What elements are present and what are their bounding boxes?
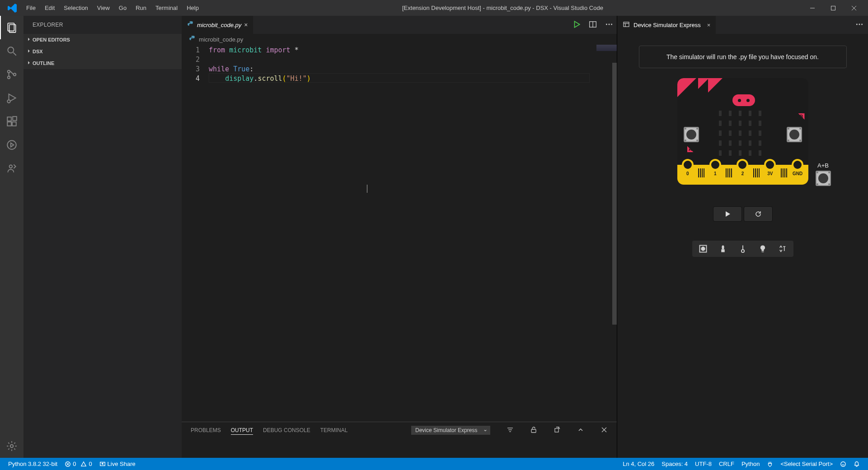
panel-tab-debug-console[interactable]: DEBUG CONSOLE: [263, 426, 310, 434]
explorer-sidebar: Explorer OPEN EDITORS DSX OUTLINE: [23, 16, 182, 458]
code-token: microbit: [229, 46, 262, 54]
svg-point-40: [861, 23, 863, 25]
line-number: 2: [182, 55, 200, 65]
extensions-activity-icon[interactable]: [0, 110, 23, 133]
status-encoding[interactable]: UTF-8: [691, 461, 715, 467]
vscode-logo-icon: [7, 3, 18, 14]
status-python-version[interactable]: Python 3.8.2 32-bit: [5, 461, 61, 467]
lock-scroll-icon[interactable]: [530, 426, 537, 435]
close-button[interactable]: [844, 0, 864, 16]
chevron-right-icon: [25, 60, 33, 67]
svg-point-19: [9, 165, 12, 168]
microbit-button-a[interactable]: [684, 127, 699, 142]
panel-tab-terminal[interactable]: TERMINAL: [320, 426, 348, 434]
microbit-button-ab[interactable]: [816, 171, 831, 186]
menu-file[interactable]: File: [22, 3, 40, 13]
clear-output-icon[interactable]: [554, 426, 561, 435]
svg-rect-14: [7, 122, 11, 126]
pin-0[interactable]: 0: [677, 165, 699, 171]
status-indent[interactable]: Spaces: 4: [658, 461, 691, 467]
panel-tab-output[interactable]: OUTPUT: [231, 426, 253, 435]
explorer-header: Explorer: [23, 16, 182, 34]
editor-tab-microbit-code[interactable]: microbit_code.py ×: [182, 16, 253, 34]
status-feedback-icon[interactable]: [836, 461, 850, 467]
menu-edit[interactable]: Edit: [40, 3, 59, 13]
menu-view[interactable]: View: [93, 3, 114, 13]
close-tab-icon[interactable]: ×: [707, 22, 711, 28]
code-body[interactable]: from microbit import * while True: displ…: [209, 45, 617, 422]
status-serial-port[interactable]: <Select Serial Port>: [777, 461, 836, 467]
live-share-label: Live Share: [108, 461, 136, 467]
status-cursor-position[interactable]: Ln 4, Col 26: [619, 461, 658, 467]
motion-sensor-icon[interactable]: [718, 244, 727, 253]
pin-gnd[interactable]: GND: [787, 165, 808, 171]
output-channel-dropdown[interactable]: Device Simulator Express: [411, 426, 490, 435]
outline-section[interactable]: OUTLINE: [23, 57, 182, 69]
menu-help[interactable]: Help: [182, 3, 203, 13]
svg-rect-1: [831, 6, 835, 10]
code-editor[interactable]: 1 2 3 4 from microbit import * while Tru…: [182, 45, 617, 422]
minimap[interactable]: [594, 45, 617, 422]
line-number: 1: [182, 46, 200, 55]
pin-3v[interactable]: 3V: [760, 165, 781, 171]
status-eol[interactable]: CRLF: [715, 461, 738, 467]
light-sensor-icon[interactable]: [758, 244, 767, 253]
temperature-sensor-icon[interactable]: [738, 244, 747, 253]
panel-tab-problems[interactable]: PROBLEMS: [191, 426, 221, 434]
device-simulator-activity-icon[interactable]: [0, 133, 23, 157]
menu-go[interactable]: Go: [114, 3, 131, 13]
svg-point-10: [14, 73, 16, 75]
split-editor-icon[interactable]: [589, 20, 597, 30]
status-problems[interactable]: 0 0: [61, 461, 95, 467]
menu-run[interactable]: Run: [131, 3, 151, 13]
filter-icon[interactable]: [507, 426, 514, 435]
simulator-tab[interactable]: Device Simulator Express ×: [617, 16, 716, 34]
play-button[interactable]: [713, 206, 742, 222]
maximize-panel-icon[interactable]: [577, 426, 584, 435]
scm-activity-icon[interactable]: [0, 63, 23, 86]
status-bar: Python 3.8.2 32-bit 0 0 Live Share Ln 4,…: [0, 458, 868, 470]
refresh-button[interactable]: [744, 206, 773, 222]
status-live-share[interactable]: Live Share: [96, 461, 139, 467]
minimap-slider[interactable]: [612, 63, 617, 325]
svg-rect-47: [761, 251, 764, 252]
menu-terminal[interactable]: Terminal: [151, 3, 182, 13]
run-file-icon[interactable]: [572, 20, 581, 30]
microbit-simulator[interactable]: A B 0 1: [677, 78, 808, 185]
push-button-sensor-icon[interactable]: [699, 244, 708, 253]
python-file-icon: [189, 35, 196, 44]
line-number: 3: [182, 65, 200, 74]
settings-gear-icon[interactable]: [0, 434, 23, 458]
svg-point-12: [7, 100, 10, 103]
gesture-sensor-icon[interactable]: [778, 244, 787, 253]
sensor-toolbar: [692, 241, 793, 257]
status-language-mode[interactable]: Python: [738, 461, 763, 467]
liveshare-activity-icon[interactable]: [0, 157, 23, 180]
svg-rect-44: [722, 246, 724, 250]
run-debug-activity-icon[interactable]: [0, 86, 23, 110]
pin-1[interactable]: 1: [704, 165, 726, 171]
board-decor-icon: [698, 78, 709, 89]
status-device-plug-icon[interactable]: [763, 461, 777, 467]
search-activity-icon[interactable]: [0, 39, 23, 63]
explorer-activity-icon[interactable]: [0, 16, 23, 39]
pin-label: 0: [686, 171, 689, 176]
microbit-button-b[interactable]: [787, 127, 802, 142]
folder-section[interactable]: DSX: [23, 46, 182, 57]
more-actions-icon[interactable]: [605, 20, 613, 30]
python-file-icon: [187, 21, 194, 29]
breadcrumb[interactable]: microbit_code.py: [182, 34, 617, 45]
pin-2[interactable]: 2: [732, 165, 753, 171]
code-token: import: [266, 46, 290, 54]
minimize-button[interactable]: [802, 0, 823, 16]
close-tab-icon[interactable]: ×: [244, 21, 248, 28]
svg-marker-41: [726, 211, 730, 217]
maximize-button[interactable]: [823, 0, 844, 16]
status-bell-icon[interactable]: [850, 461, 863, 467]
menu-selection[interactable]: Selection: [59, 3, 92, 13]
close-panel-icon[interactable]: [601, 426, 608, 435]
open-editors-section[interactable]: OPEN EDITORS: [23, 34, 182, 46]
simulator-controls: [713, 206, 773, 222]
more-actions-icon[interactable]: [855, 20, 863, 30]
board-decor-icon: [708, 78, 723, 93]
